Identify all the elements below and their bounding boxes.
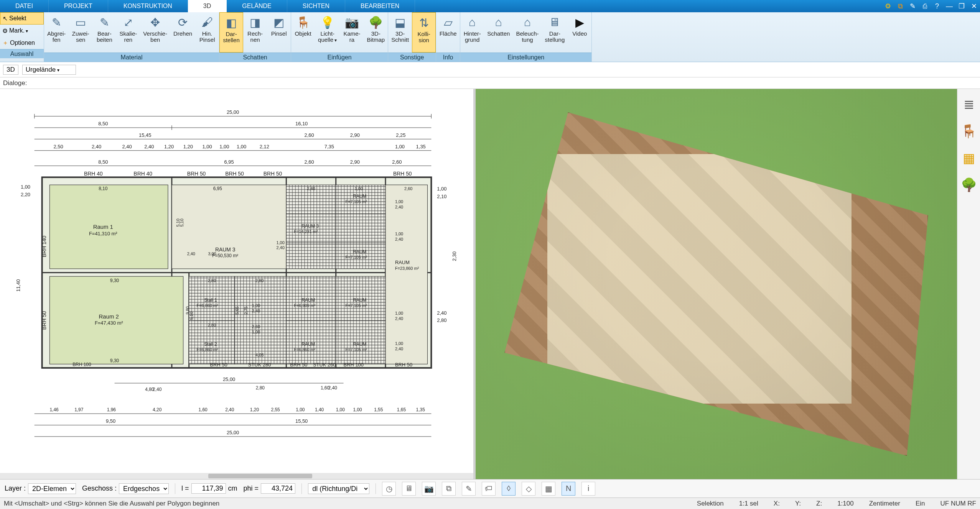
svg-text:1,65: 1,65	[397, 407, 406, 412]
svg-text:2,40: 2,40	[144, 144, 154, 149]
shadow-brush-button[interactable]: ◩Pinsel	[267, 12, 291, 53]
video-button[interactable]: ▶Video	[568, 12, 591, 53]
3d-section-button[interactable]: ⬓3D- Schnitt	[388, 12, 412, 53]
length-input[interactable]	[191, 483, 226, 494]
svg-text:1,00: 1,00	[276, 240, 284, 245]
window-maximize[interactable]: ❐	[955, 0, 968, 12]
menu-3d[interactable]: 3D	[188, 0, 227, 12]
shadow-settings-button[interactable]: ⌂Schatten	[484, 12, 513, 53]
display-button[interactable]: 🖥Dar- stellung	[542, 12, 568, 53]
grid-icon[interactable]: ▦	[542, 482, 555, 496]
svg-text:6,95: 6,95	[213, 186, 222, 191]
insert-object-button[interactable]: 🪑Objekt	[291, 12, 315, 53]
menu-gelaende[interactable]: GELÄNDE	[227, 0, 287, 12]
svg-text:11,40: 11,40	[15, 279, 21, 292]
svg-text:1,00: 1,00	[219, 144, 229, 149]
menu-projekt[interactable]: PROJEKT	[49, 0, 108, 12]
3d-view[interactable]	[476, 89, 957, 479]
svg-text:2,40: 2,40	[252, 309, 260, 313]
material-move-button[interactable]: ✥Verschie- ben	[140, 12, 170, 53]
seat-icon[interactable]: 🪑	[961, 123, 977, 139]
camera2-icon[interactable]: 📷	[422, 482, 436, 496]
svg-text:2,75: 2,75	[244, 306, 248, 314]
svg-text:F=14,231 m²: F=14,231 m²	[294, 229, 318, 234]
window-close[interactable]: ✕	[968, 0, 980, 12]
clock-icon[interactable]: ◷	[382, 482, 396, 496]
mark-tool[interactable]: ⚙Mark.	[0, 25, 44, 37]
plane-icon[interactable]: ◊	[502, 482, 516, 496]
insert-camera-button[interactable]: 📷Kame- ra	[340, 12, 364, 53]
titlebar-help-icon[interactable]: ?	[931, 0, 943, 12]
svg-text:F=6,860 m²: F=6,860 m²	[294, 347, 316, 352]
svg-text:2,30: 2,30	[451, 251, 457, 261]
svg-text:9,80: 9,80	[185, 306, 190, 314]
lighting-button[interactable]: ⌂Beleuch- tung	[513, 12, 542, 53]
shadow-show-button[interactable]: ◧Dar- stellen	[219, 12, 243, 53]
svg-text:BRH 100: BRH 100	[344, 362, 364, 368]
svg-text:2,40: 2,40	[276, 245, 284, 250]
layers-icon[interactable]: ≣	[964, 97, 974, 112]
material-edit-button[interactable]: ✎Bear- beiten	[92, 12, 116, 53]
plan-2d-view[interactable]: 25,00 8,50 16,10 15,45 2,60 2,90 2,25 2,…	[0, 89, 476, 479]
material-pick-button[interactable]: ✎Abgrei- fen	[44, 12, 69, 53]
svg-text:RAUM: RAUM	[353, 249, 366, 254]
svg-text:15,45: 15,45	[139, 132, 151, 138]
area-info-button[interactable]: ▱Fläche	[436, 12, 460, 53]
snap-n-icon[interactable]: N	[562, 482, 575, 496]
palette-icon[interactable]: ▦	[963, 150, 975, 166]
floor-select[interactable]: Erdgeschos	[119, 483, 169, 494]
calc-icon: ◨	[247, 15, 263, 30]
status-x: X:	[774, 500, 780, 507]
window-minimize[interactable]: —	[943, 0, 955, 12]
svg-text:1,60: 1,60	[199, 407, 208, 412]
shadow-calc-button[interactable]: ◨Rech- nen	[243, 12, 267, 53]
titlebar-tool-icon[interactable]: ⚙	[882, 0, 894, 12]
svg-text:F=7,105 m²: F=7,105 m²	[346, 347, 367, 352]
collision-button[interactable]: ⇅Kolli- sion	[412, 12, 436, 53]
menu-datei[interactable]: DATEI	[0, 0, 49, 12]
svg-text:2,80: 2,80	[256, 385, 265, 391]
copy-icon[interactable]: ⧉	[442, 482, 456, 496]
tree2-icon[interactable]: 🌳	[961, 177, 977, 192]
hscrollbar-2d[interactable]	[0, 473, 473, 479]
svg-text:2,80: 2,80	[208, 278, 216, 283]
svg-text:BRH 50: BRH 50	[225, 171, 244, 177]
svg-text:1,00: 1,00	[336, 407, 345, 412]
svg-rect-75	[385, 185, 427, 364]
titlebar-edit-icon[interactable]: ✎	[906, 0, 919, 12]
chair-icon: 🪑	[295, 15, 311, 30]
angle-input[interactable]	[261, 483, 295, 494]
area-icon: ▱	[440, 15, 456, 30]
svg-text:BRH 50: BRH 50	[187, 171, 206, 177]
dl-select[interactable]: dl (Richtung/Di	[308, 483, 369, 494]
svg-text:2,90: 2,90	[350, 159, 360, 165]
monitor2-icon[interactable]: 🖥	[402, 482, 416, 496]
status-unit: Zentimeter	[869, 500, 900, 507]
floorplan-svg: 25,00 8,50 16,10 15,45 2,60 2,90 2,25 2,…	[12, 97, 462, 471]
svg-text:F=23,860 m²: F=23,860 m²	[395, 266, 419, 271]
house-bg-icon: ⌂	[464, 15, 480, 30]
terrain-select[interactable]: Urgelände	[22, 65, 76, 75]
menu-bearbeiten[interactable]: BEARBEITEN	[345, 0, 415, 12]
select-tool[interactable]: ↖Selekt	[0, 12, 44, 25]
plane2-icon[interactable]: ◇	[522, 482, 535, 496]
tag-icon[interactable]: 🏷	[482, 482, 496, 496]
svg-text:1,55: 1,55	[374, 407, 383, 412]
insert-light-button[interactable]: 💡Licht- quelle	[315, 12, 340, 53]
material-rotate-button[interactable]: ⟳Drehen	[170, 12, 195, 53]
material-brush-button[interactable]: 🖌Hin. Pinsel	[195, 12, 219, 53]
insert-bitmap-button[interactable]: 🌳3D- Bitmap	[364, 12, 388, 53]
info-icon[interactable]: i	[581, 482, 595, 496]
material-scale-button[interactable]: ⤢Skalie- ren	[116, 12, 140, 53]
stroke-icon[interactable]: ✎	[462, 482, 476, 496]
background-button[interactable]: ⌂Hinter- grund	[460, 12, 484, 53]
layer-select[interactable]: 2D-Elemen	[28, 483, 76, 494]
svg-rect-103	[235, 276, 286, 364]
titlebar-window-icon[interactable]: ⧉	[894, 0, 906, 12]
titlebar-print-icon[interactable]: ⎙	[919, 0, 931, 12]
material-assign-button[interactable]: ▭Zuwei- sen	[69, 12, 92, 53]
svg-text:RAUM: RAUM	[353, 342, 366, 347]
options-tool[interactable]: ＋Optionen	[0, 37, 44, 49]
menu-konstruktion[interactable]: KONSTRUKTION	[108, 0, 188, 12]
menu-sichten[interactable]: SICHTEN	[287, 0, 345, 12]
